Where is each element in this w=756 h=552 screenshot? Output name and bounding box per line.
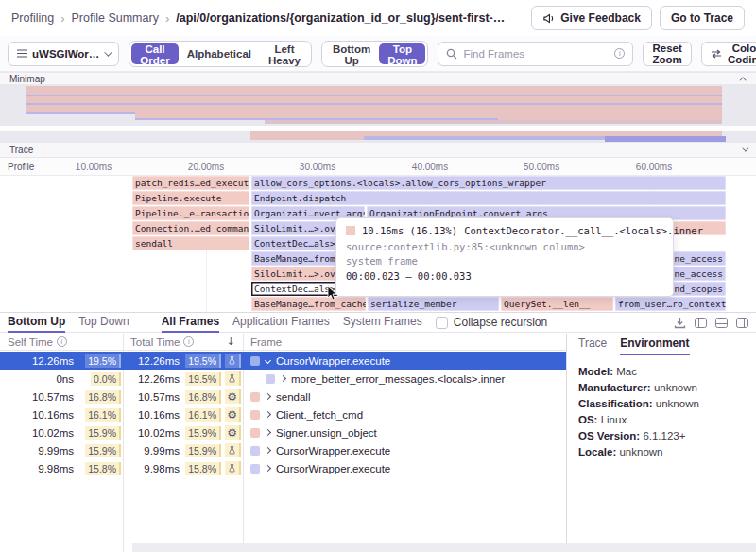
tab-bottom-up[interactable]: Bottom Up bbox=[8, 313, 65, 333]
tab-system-frames[interactable]: System Frames bbox=[343, 313, 422, 333]
flame-frame[interactable]: SiloLimit.…>.over bbox=[251, 267, 338, 281]
tab-top-down[interactable]: Top Down bbox=[78, 313, 129, 333]
download-icon[interactable] bbox=[674, 317, 686, 329]
swap-arrows-icon bbox=[711, 49, 722, 59]
chevron-right-icon[interactable] bbox=[265, 393, 271, 400]
frame-color-swatch bbox=[250, 356, 260, 366]
details-tab-trace[interactable]: Trace bbox=[578, 334, 607, 355]
chevron-right-icon[interactable] bbox=[265, 465, 271, 472]
frame-name-cell[interactable]: CursorWrapper.execute bbox=[243, 445, 566, 457]
minimap-canvas[interactable] bbox=[0, 85, 756, 142]
tooltip-frame-kind: system frame bbox=[346, 255, 663, 267]
flame-frame[interactable]: QuerySet.__len__ bbox=[501, 297, 613, 311]
reset-zoom-button[interactable]: Reset Zoom bbox=[643, 42, 691, 66]
sort-option-alphabetical[interactable]: Alphabetical bbox=[179, 43, 260, 64]
table-row[interactable]: 10.16ms16.1%10.16ms16.1%⚙Client._fetch_c… bbox=[0, 405, 566, 423]
detail-field: Classification: unknown bbox=[578, 396, 756, 412]
collapse-recursion-toggle[interactable]: Collapse recursion bbox=[436, 316, 547, 329]
detail-field: Manufacturer: unknown bbox=[578, 380, 756, 396]
flamegraph-canvas[interactable]: patch_redis…ed_executeallow_cors_options… bbox=[0, 176, 756, 312]
tooltip-time-range: 00:00.023 — 00:00.033 bbox=[346, 270, 663, 282]
thread-selector[interactable]: uWSGIWor… bbox=[8, 42, 119, 66]
flame-frame[interactable]: sendall bbox=[132, 236, 249, 250]
ruler-tick: 20.00ms bbox=[188, 162, 224, 172]
chevron-right-icon[interactable] bbox=[280, 375, 286, 382]
table-row[interactable]: 9.98ms15.8%9.98ms15.8%CursorWrapper.exec… bbox=[0, 459, 566, 477]
self-time-value: 9.99ms bbox=[0, 445, 79, 457]
total-time-header[interactable]: Total Timei ↓ bbox=[123, 336, 243, 348]
frame-table: 12.26ms19.5%12.26ms19.5%CursorWrapper.ex… bbox=[0, 352, 566, 477]
minimap-header[interactable]: Minimap bbox=[0, 72, 756, 85]
flame-frame[interactable]: BaseManage…from_cache bbox=[251, 297, 366, 311]
frame-name-cell[interactable]: more_better_error_messages.<locals>.inne… bbox=[243, 373, 566, 385]
layout-right-icon[interactable] bbox=[736, 318, 748, 328]
layout-left-icon[interactable] bbox=[695, 318, 707, 328]
flame-frame[interactable]: Endpoint.dispatch bbox=[251, 191, 726, 205]
flame-frame[interactable]: Connection.…ed_command bbox=[132, 221, 249, 235]
chevron-right-icon[interactable] bbox=[265, 411, 271, 418]
go-to-trace-button[interactable]: Go to Trace bbox=[660, 6, 745, 30]
breadcrumb-profiling[interactable]: Profiling bbox=[11, 11, 54, 25]
frame-name: Client._fetch_cmd bbox=[276, 409, 363, 421]
total-time-value: 10.02ms bbox=[123, 427, 185, 439]
total-time-percent: 15.9% bbox=[185, 445, 223, 457]
flame-frame[interactable]: serialize_member bbox=[368, 297, 499, 311]
chevron-down-icon[interactable] bbox=[742, 146, 748, 152]
tab-all-frames[interactable]: All Frames bbox=[162, 313, 219, 333]
flame-frame[interactable]: patch_redis…ed_execute bbox=[132, 176, 249, 190]
page-header: Profiling › Profile Summary › /api/0/org… bbox=[0, 0, 756, 36]
table-row[interactable]: 10.02ms15.9%10.02ms15.9%⚙Signer.unsign_o… bbox=[0, 423, 566, 441]
checkbox-icon[interactable] bbox=[436, 317, 448, 329]
self-time-percent: 15.9% bbox=[79, 427, 123, 439]
table-row[interactable]: 10.57ms16.8%10.57ms16.8%⚙sendall bbox=[0, 388, 566, 405]
chevron-up-icon[interactable] bbox=[740, 77, 747, 83]
ruler-tick: 30.00ms bbox=[300, 162, 335, 172]
minimap-block bbox=[364, 136, 605, 140]
sort-option-left-heavy[interactable]: Left Heavy bbox=[260, 43, 309, 64]
direction-option-bottom-up[interactable]: Bottom Up bbox=[324, 43, 379, 64]
color-coding-button[interactable]: Color Coding bbox=[701, 42, 756, 66]
find-frames-search[interactable]: i bbox=[438, 42, 633, 66]
megaphone-icon bbox=[542, 12, 555, 25]
frame-name-cell[interactable]: CursorWrapper.execute bbox=[243, 463, 566, 474]
total-time-percent: 19.5% bbox=[185, 355, 223, 367]
frame-name-cell[interactable]: CursorWrapper.execute bbox=[243, 355, 566, 367]
chevron-right-icon[interactable] bbox=[265, 447, 271, 454]
frame-header[interactable]: Frame bbox=[243, 336, 566, 348]
self-time-percent: 15.9% bbox=[79, 445, 123, 457]
details-tab-environment[interactable]: Environment bbox=[620, 334, 689, 355]
breadcrumb-profile-summary[interactable]: Profile Summary bbox=[72, 11, 159, 25]
flame-frame[interactable]: ContextDec…als>.i bbox=[251, 236, 338, 250]
flame-frame[interactable]: allow_cors_options.<locals>.allow_cors_o… bbox=[251, 176, 726, 190]
chevron-right-icon[interactable] bbox=[265, 429, 271, 436]
frame-name-cell[interactable]: Signer.unsign_object bbox=[243, 427, 566, 439]
mouse-cursor bbox=[327, 285, 338, 302]
ruler-tick: 60.00ms bbox=[636, 162, 672, 172]
give-feedback-button[interactable]: Give Feedback bbox=[531, 6, 652, 30]
table-row[interactable]: 9.99ms15.9%9.99ms15.9%CursorWrapper.exec… bbox=[0, 441, 566, 459]
flame-frame[interactable]: BaseManage…from_c bbox=[251, 251, 338, 266]
flame-frame[interactable]: Pipeline.execute bbox=[132, 191, 249, 205]
sort-descending-icon[interactable]: ↓ bbox=[227, 336, 235, 348]
direction-option-top-down[interactable]: Top Down bbox=[379, 43, 425, 64]
self-time-percent: 19.5% bbox=[79, 355, 123, 367]
frame-name-cell[interactable]: Client._fetch_cmd bbox=[243, 409, 566, 421]
sort-option-call-order[interactable]: Call Order bbox=[131, 43, 178, 64]
table-row[interactable]: 0ns0.0%12.26ms19.5%more_better_error_mes… bbox=[0, 370, 566, 388]
horizontal-scrollbar[interactable] bbox=[132, 543, 756, 552]
total-time-value: 12.26ms bbox=[123, 355, 185, 367]
flame-frame[interactable]: ContextDec…als>.i bbox=[251, 282, 338, 296]
panel-divider[interactable] bbox=[566, 334, 567, 552]
search-input[interactable] bbox=[463, 48, 609, 60]
flame-frame[interactable]: from_user…ro_context bbox=[615, 297, 726, 311]
layout-bottom-icon[interactable] bbox=[715, 318, 728, 328]
self-time-header[interactable]: Self Timei bbox=[0, 336, 123, 348]
table-row[interactable]: 12.26ms19.5%12.26ms19.5%CursorWrapper.ex… bbox=[0, 352, 566, 370]
tab-application-frames[interactable]: Application Frames bbox=[232, 313, 330, 333]
frame-name-cell[interactable]: sendall bbox=[243, 391, 566, 403]
trace-header[interactable]: Trace bbox=[0, 142, 756, 158]
frame-name: Signer.unsign_object bbox=[276, 427, 377, 439]
chevron-down-icon[interactable] bbox=[265, 357, 271, 364]
flame-frame[interactable]: Pipeline._e…ransaction bbox=[132, 206, 249, 220]
frame-name: CursorWrapper.execute bbox=[276, 445, 390, 457]
